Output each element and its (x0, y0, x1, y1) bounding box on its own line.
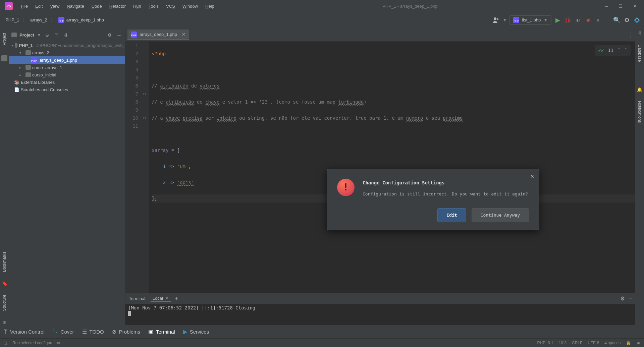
window-close-icon[interactable]: ✕ (631, 4, 639, 9)
bb-services[interactable]: ▶ Services (183, 329, 209, 335)
run-configuration-selector[interactable]: PHP list_1.php ▼ (509, 15, 551, 25)
structure-icon[interactable]: ⊞ (3, 320, 6, 325)
menu-window[interactable]: Window (179, 2, 201, 10)
menu-bar: File Edit View Navigate Code Refactor Ru… (17, 2, 218, 10)
tree-external-libraries[interactable]: 📚 External Libraries (9, 78, 125, 86)
stop-button[interactable]: ■ (594, 16, 602, 24)
status-line-separator[interactable]: CRLF (572, 341, 582, 345)
hide-panel-icon[interactable]: ─ (116, 32, 122, 38)
menu-file[interactable]: File (17, 2, 31, 10)
menu-vcs[interactable]: VCS (163, 2, 178, 10)
menu-help[interactable]: Help (202, 2, 218, 10)
expand-all-icon[interactable]: ⇈ (53, 32, 60, 38)
status-indent[interactable]: 4 spaces (604, 341, 621, 345)
code-with-me-icon[interactable] (633, 16, 641, 24)
tree-folder-curso-inicial[interactable]: ▸ curso_inicial (9, 71, 125, 78)
bb-problems[interactable]: ⊘ Problems (112, 329, 140, 335)
chevron-down-icon[interactable]: ˇ (182, 296, 183, 301)
chevron-down-icon[interactable]: ▼ (503, 17, 507, 22)
panel-title[interactable]: Project (19, 33, 34, 38)
select-opened-file-icon[interactable]: ⊕ (44, 32, 51, 38)
titlebar: PS File Edit View Navigate Code Refactor… (0, 0, 644, 12)
rail-project[interactable]: Project (1, 31, 7, 47)
window-maximize-icon[interactable]: ☐ (616, 4, 625, 9)
add-terminal-icon[interactable]: + (175, 295, 178, 302)
editor-tab[interactable]: PHP arrays_deep_1.php ✕ (127, 30, 189, 40)
run-button[interactable]: ▶ (554, 16, 561, 24)
editor-tab-actions-icon[interactable]: ⋮ (627, 31, 635, 39)
search-icon[interactable]: 🔍 (613, 16, 621, 24)
gear-icon[interactable]: ⚙ (620, 295, 625, 302)
edit-button[interactable]: Edit (437, 208, 466, 222)
rail-bookmarks[interactable]: Bookmarks (1, 250, 7, 274)
tree-project-root[interactable]: ▾ PHP_1 D:\PUCPR\Fundamentos_programação… (9, 42, 125, 49)
tree-file-arrays-deep[interactable]: PHP arrays_deep_1.php (9, 56, 125, 64)
profile-button[interactable]: ◉ (584, 16, 592, 24)
chevron-right-icon[interactable]: ▸ (19, 73, 24, 77)
crumb-file[interactable]: PHParrays_deep_1.php (56, 16, 106, 24)
bb-version-control[interactable]: ᛘ Version Control (4, 329, 45, 335)
window-title: PHP_1 - arrays_deep_1.php (218, 4, 602, 9)
hide-panel-icon[interactable]: ─ (629, 296, 632, 301)
tree-folder-arrays-2[interactable]: ▾ arrays_2 (9, 49, 125, 56)
continue-anyway-button[interactable]: Continue Anyway (472, 208, 529, 222)
terminal-tab[interactable]: Local ✕ (151, 295, 171, 302)
project-tree[interactable]: ▾ PHP_1 D:\PUCPR\Fundamentos_programação… (9, 42, 125, 325)
fold-gutter[interactable]: ⊟ ⊟ (143, 42, 149, 293)
chevron-down-icon[interactable]: ▼ (37, 33, 41, 38)
collapse-all-icon[interactable]: ⇊ (63, 32, 69, 38)
ide-status-icon[interactable]: ☻ (636, 341, 641, 345)
bb-cover[interactable]: 🛡 Cover (53, 329, 74, 335)
chevron-down-icon[interactable]: ▾ (11, 44, 14, 47)
branch-icon: ᛘ (4, 329, 7, 335)
rail-notifications[interactable]: Notifications (637, 99, 643, 125)
menu-run[interactable]: Run (130, 2, 145, 10)
php-file-icon: PHP (513, 17, 519, 23)
chevron-right-icon[interactable]: ▸ (19, 66, 24, 69)
chevron-down-icon[interactable]: ˇ (625, 46, 627, 54)
inspection-count: 11 (608, 46, 613, 54)
tool-window-quick-access-icon[interactable]: ▢ (3, 341, 7, 345)
code-content[interactable]: <?php // atribuição de valores // e atri… (149, 42, 635, 293)
add-user-icon[interactable] (492, 16, 499, 24)
menu-view[interactable]: View (47, 2, 63, 10)
notifications-icon[interactable]: 🔔 (637, 87, 642, 92)
terminal-output[interactable]: [Mon Nov 7 07:06:52 2022] [::1]:51728 Cl… (125, 304, 635, 325)
tree-scratches[interactable]: 📄 Scratches and Consoles (9, 86, 125, 93)
rail-structure[interactable]: Structure (1, 293, 7, 313)
window-minimize-icon[interactable]: ─ (602, 4, 610, 9)
gear-icon[interactable]: ⚙ (106, 32, 113, 38)
status-encoding[interactable]: UTF-8 (588, 341, 599, 345)
code-editor[interactable]: 1 2 3 4 5 6 7 8 9 10 11 ⊟ ⊟ <?php // atr… (125, 42, 635, 293)
status-php-version[interactable]: PHP: 8.1 (537, 341, 553, 345)
bb-terminal[interactable]: ▣ Terminal (148, 329, 175, 335)
menu-navigate[interactable]: Navigate (63, 2, 87, 10)
line-gutter[interactable]: 1 2 3 4 5 6 7 8 9 10 11 (125, 42, 143, 293)
app-icon: PS (5, 2, 13, 10)
play-icon: ▶ (183, 329, 187, 335)
lock-icon[interactable]: 🔒 (626, 341, 631, 345)
bb-todo[interactable]: ☰ TODO (82, 329, 104, 335)
menu-code[interactable]: Code (88, 2, 105, 10)
database-icon[interactable]: 🛢 (638, 31, 642, 36)
right-tool-rail: 🛢 Database 🔔 Notifications (635, 28, 644, 325)
bookmark-icon[interactable]: 🔖 (2, 281, 7, 286)
menu-refactor[interactable]: Refactor (106, 2, 129, 10)
chevron-up-icon[interactable]: ˆ (618, 46, 620, 54)
close-tab-icon[interactable]: ✕ (182, 32, 185, 37)
close-icon[interactable]: ✕ (529, 172, 536, 179)
chevron-down-icon[interactable]: ▾ (19, 51, 24, 55)
close-icon[interactable]: ✕ (165, 296, 169, 301)
menu-edit[interactable]: Edit (32, 2, 46, 10)
settings-icon[interactable]: ⚙ (623, 16, 631, 24)
menu-tools[interactable]: Tools (145, 2, 162, 10)
inspection-widget[interactable]: ✔✔ 11 ˆ ˇ (595, 45, 631, 56)
debug-button[interactable]: 🐞 (564, 16, 572, 24)
run-coverage-button[interactable]: ◐ (574, 16, 582, 24)
rail-database[interactable]: Database (637, 43, 643, 64)
folder-icon[interactable] (1, 55, 7, 61)
crumb-project[interactable]: PHP_1 (3, 17, 21, 23)
tree-folder-curso-arrays-1[interactable]: ▸ curso_arrays_1 (9, 64, 125, 71)
crumb-folder[interactable]: arrays_2 (28, 17, 49, 23)
status-caret-position[interactable]: 10:3 (559, 341, 567, 345)
